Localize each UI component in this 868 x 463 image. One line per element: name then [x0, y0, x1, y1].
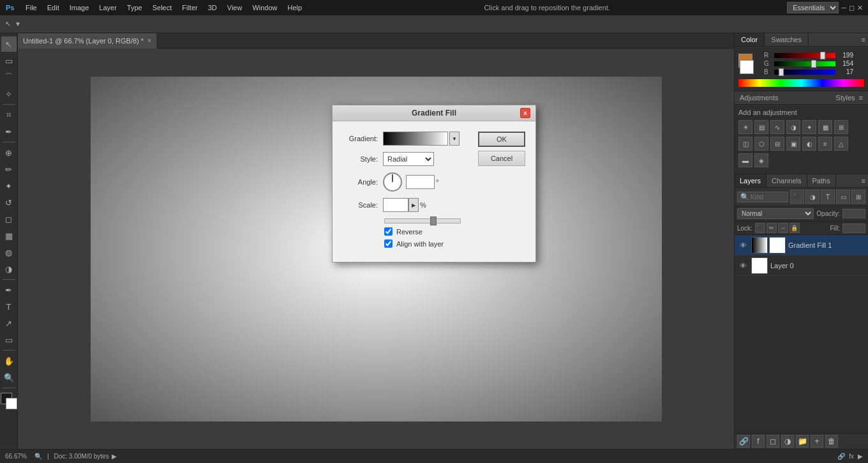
- blend-mode-select[interactable]: Normal: [737, 208, 814, 219]
- tab-close-btn[interactable]: ×: [147, 37, 151, 44]
- path-select-tool[interactable]: ↗: [1, 315, 17, 331]
- workspace-select[interactable]: Essentials: [787, 2, 839, 13]
- style-select[interactable]: Radial: [383, 152, 434, 166]
- filter-text-btn[interactable]: T: [821, 190, 835, 204]
- menu-help[interactable]: Help: [283, 3, 308, 13]
- color-lookup-btn[interactable]: ▣: [786, 137, 800, 151]
- doc-info-arrow[interactable]: ▶: [112, 453, 117, 460]
- brightness-contrast-btn[interactable]: ☀: [738, 120, 752, 134]
- menu-3d[interactable]: 3D: [203, 3, 222, 13]
- align-checkbox[interactable]: [384, 239, 393, 248]
- channels-tab[interactable]: Channels: [767, 174, 807, 187]
- g-track[interactable]: [774, 61, 835, 66]
- b-track[interactable]: [774, 70, 835, 75]
- pen-tool[interactable]: ✒: [1, 282, 17, 298]
- add-mask-btn[interactable]: ◻: [767, 435, 779, 448]
- healing-tool[interactable]: ⊕: [1, 145, 17, 160]
- lock-position-btn[interactable]: ↔: [778, 223, 788, 233]
- photo-filter-btn[interactable]: ⬡: [754, 137, 768, 151]
- cancel-button[interactable]: Cancel: [478, 151, 525, 166]
- lock-pixels-btn[interactable]: ⬛: [755, 223, 765, 233]
- link-layers-btn[interactable]: 🔗: [737, 435, 750, 448]
- layers-search[interactable]: 🔍: [737, 192, 788, 202]
- filter-pixel-btn[interactable]: ⬛: [790, 190, 804, 204]
- vibrance-btn[interactable]: ✦: [802, 120, 816, 134]
- scale-slider[interactable]: [384, 218, 461, 224]
- filter-shape-btn[interactable]: ▭: [836, 190, 850, 204]
- threshold-btn[interactable]: △: [834, 137, 848, 151]
- menu-edit[interactable]: Edit: [42, 3, 64, 13]
- color-spectrum-bar[interactable]: [738, 79, 864, 87]
- exposure-btn[interactable]: ◑: [786, 120, 800, 134]
- close-btn[interactable]: ✕: [857, 4, 863, 12]
- layer-visibility-gradient[interactable]: 👁: [737, 239, 749, 251]
- r-track[interactable]: [774, 53, 835, 58]
- zoom-tool[interactable]: 🔍: [1, 370, 17, 385]
- minimize-btn[interactable]: ─: [841, 4, 846, 11]
- filter-adj-btn[interactable]: ◑: [805, 190, 819, 204]
- menu-window[interactable]: Window: [247, 3, 282, 13]
- color-swatches[interactable]: [1, 393, 17, 409]
- marquee-tool[interactable]: ▭: [1, 53, 17, 68]
- hand-tool[interactable]: ✋: [1, 353, 17, 368]
- menu-select[interactable]: Select: [147, 3, 177, 13]
- layers-tab[interactable]: Layers: [735, 174, 767, 187]
- create-group-btn[interactable]: 📁: [796, 435, 809, 448]
- history-brush-tool[interactable]: ↺: [1, 195, 17, 210]
- ok-button[interactable]: OK: [478, 132, 525, 147]
- text-tool[interactable]: T: [1, 299, 17, 314]
- create-new-adj-btn[interactable]: ◑: [781, 435, 794, 448]
- bg-color-swatch[interactable]: [740, 60, 754, 74]
- styles-tab[interactable]: Styles: [836, 94, 855, 102]
- scale-input[interactable]: 318: [383, 198, 408, 212]
- bw-btn[interactable]: ◫: [738, 137, 752, 151]
- opacity-input[interactable]: 100%: [842, 209, 865, 218]
- gradient-preview[interactable]: [383, 132, 448, 146]
- gradient-tool[interactable]: ▦: [1, 228, 17, 243]
- hsl-btn[interactable]: ▦: [818, 120, 832, 134]
- menu-image[interactable]: Image: [64, 3, 94, 13]
- swatches-tab[interactable]: Swatches: [765, 33, 809, 46]
- dodge-tool[interactable]: ◑: [1, 261, 17, 277]
- b-thumb[interactable]: [779, 68, 784, 76]
- background-color[interactable]: [6, 398, 17, 409]
- crop-tool[interactable]: ⌗: [1, 107, 17, 123]
- document-tab[interactable]: Untitled-1 @ 66.7% (Layer 0, RGB/8) * ×: [18, 33, 157, 49]
- gradient-map-btn[interactable]: ▬: [738, 153, 752, 167]
- shape-tool[interactable]: ▭: [1, 332, 17, 347]
- eraser-tool[interactable]: ◻: [1, 211, 17, 227]
- create-new-layer-btn[interactable]: +: [811, 435, 823, 448]
- adj-panel-options[interactable]: ≡: [859, 94, 863, 102]
- color-balance-btn[interactable]: ⊞: [834, 120, 848, 134]
- add-layer-style-btn[interactable]: f: [752, 435, 765, 448]
- adjustments-tab[interactable]: Adjustments: [740, 94, 836, 102]
- lock-all-btn[interactable]: 🔒: [789, 223, 800, 233]
- invert-btn[interactable]: ◐: [802, 137, 816, 151]
- menu-filter[interactable]: Filter: [177, 3, 202, 13]
- color-preview[interactable]: [738, 54, 759, 74]
- levels-btn[interactable]: ▤: [754, 120, 768, 134]
- menu-type[interactable]: Type: [122, 3, 147, 13]
- clone-stamp-tool[interactable]: ✦: [1, 178, 17, 194]
- angle-input[interactable]: 90: [406, 175, 435, 189]
- color-tab[interactable]: Color: [735, 33, 765, 46]
- magic-wand-tool[interactable]: ✧: [1, 86, 17, 102]
- curves-btn[interactable]: ∿: [770, 120, 784, 134]
- layers-panel-options[interactable]: ≡: [859, 174, 868, 187]
- blur-tool[interactable]: ◍: [1, 245, 17, 260]
- paths-tab[interactable]: Paths: [807, 174, 836, 187]
- fill-input[interactable]: 100%: [842, 224, 865, 233]
- restore-btn[interactable]: ◻: [849, 4, 855, 12]
- angle-dial[interactable]: [383, 172, 402, 192]
- move-tool[interactable]: ↖: [1, 36, 17, 52]
- layer-item-gradient-fill[interactable]: 👁 Gradient Fill 1: [735, 235, 868, 255]
- color-panel-options[interactable]: ≡: [859, 33, 868, 46]
- menu-view[interactable]: View: [222, 3, 248, 13]
- eyedropper-tool[interactable]: ✒: [1, 124, 17, 139]
- channel-mixer-btn[interactable]: ⊟: [770, 137, 784, 151]
- gradient-dropdown-btn[interactable]: ▼: [449, 132, 460, 146]
- workspace-selector[interactable]: Essentials: [787, 2, 839, 13]
- reverse-checkbox[interactable]: [384, 227, 393, 236]
- layer-visibility-layer0[interactable]: 👁: [737, 260, 749, 271]
- scale-slider-thumb[interactable]: [430, 216, 437, 225]
